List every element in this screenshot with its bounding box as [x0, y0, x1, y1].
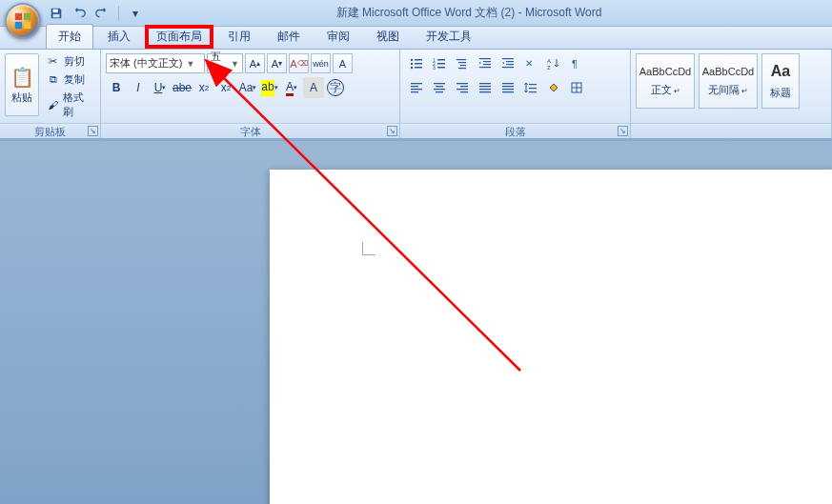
- tab-review[interactable]: 审阅: [315, 24, 362, 49]
- ribbon: 📋 粘贴 ✂剪切 ⧉复制 🖌格式刷 剪贴板↘ 宋体 (中文正文)▼ 五号▼ A▴…: [0, 50, 832, 139]
- style-no-spacing[interactable]: AaBbCcDd 无间隔↵: [699, 53, 758, 109]
- chevron-down-icon: ↵: [674, 87, 680, 95]
- style-label: 无间隔: [708, 84, 740, 95]
- svg-rect-7: [415, 59, 422, 61]
- undo-icon[interactable]: [71, 5, 88, 22]
- shading-button[interactable]: [542, 77, 564, 97]
- svg-rect-53: [502, 91, 514, 92]
- group-paragraph: 123 ✕ AZ ¶ 段落↘: [400, 50, 631, 138]
- bullets-button[interactable]: [405, 53, 427, 73]
- line-spacing-button[interactable]: [519, 77, 541, 97]
- svg-rect-39: [436, 86, 443, 87]
- chevron-down-icon: ▼: [186, 59, 194, 69]
- brush-icon: 🖌: [46, 99, 59, 111]
- tab-page-layout[interactable]: 页面布局: [145, 25, 213, 49]
- tab-view[interactable]: 视图: [364, 24, 412, 49]
- numbering-button[interactable]: 123: [428, 53, 450, 73]
- dialog-launcher-icon[interactable]: ↘: [387, 126, 397, 136]
- svg-rect-19: [458, 62, 466, 63]
- quick-access-toolbar: ▾: [48, 5, 144, 22]
- bold-button[interactable]: B: [106, 77, 127, 98]
- svg-rect-48: [479, 89, 491, 90]
- svg-rect-52: [502, 89, 514, 90]
- svg-rect-51: [502, 86, 514, 87]
- justify-button[interactable]: [474, 77, 496, 97]
- distributed-button[interactable]: [497, 77, 518, 97]
- tab-mailings[interactable]: 邮件: [265, 24, 313, 49]
- tab-insert[interactable]: 插入: [95, 24, 143, 49]
- qat-customize-icon[interactable]: ▾: [127, 5, 144, 22]
- borders-button[interactable]: [565, 77, 587, 97]
- italic-button[interactable]: I: [128, 77, 149, 98]
- separator: [118, 6, 119, 21]
- tab-home[interactable]: 开始: [46, 24, 93, 49]
- tab-references[interactable]: 引用: [215, 24, 263, 49]
- style-label: 标题: [770, 87, 791, 98]
- font-color-button[interactable]: A▾: [281, 77, 302, 98]
- enclose-characters-button[interactable]: 字: [327, 79, 344, 96]
- svg-rect-23: [483, 61, 491, 62]
- tab-developer[interactable]: 开发工具: [414, 24, 484, 49]
- svg-rect-45: [460, 91, 468, 92]
- svg-rect-28: [506, 64, 514, 65]
- character-shading-button[interactable]: A: [303, 77, 324, 98]
- copy-button[interactable]: ⧉复制: [43, 71, 95, 88]
- shrink-font-button[interactable]: A▾: [267, 53, 287, 73]
- align-right-button[interactable]: [451, 77, 473, 97]
- cut-button[interactable]: ✂剪切: [43, 53, 95, 70]
- style-heading1[interactable]: Aa 标题: [761, 53, 800, 109]
- svg-rect-27: [506, 61, 514, 62]
- superscript-button[interactable]: x2: [215, 77, 236, 98]
- group-clipboard: 📋 粘贴 ✂剪切 ⧉复制 🖌格式刷 剪贴板↘: [0, 50, 101, 138]
- svg-text:✕: ✕: [525, 58, 533, 69]
- svg-rect-20: [460, 65, 466, 66]
- group-label-styles: [631, 123, 831, 138]
- format-painter-button[interactable]: 🖌格式刷: [43, 90, 95, 120]
- highlight-button[interactable]: ab▾: [259, 77, 280, 98]
- svg-text:Z: Z: [547, 65, 551, 71]
- cursor-position-mark: [362, 242, 375, 255]
- group-styles: AaBbCcDd 正文↵ AaBbCcDd 无间隔↵ Aa 标题: [631, 50, 832, 138]
- increase-indent-button[interactable]: [497, 53, 518, 73]
- svg-rect-2: [15, 22, 22, 29]
- show-marks-button[interactable]: ¶: [565, 53, 587, 73]
- subscript-button[interactable]: x2: [193, 77, 214, 98]
- paste-button[interactable]: 📋 粘贴: [5, 53, 39, 116]
- grow-font-button[interactable]: A▴: [245, 53, 265, 73]
- svg-rect-49: [479, 91, 491, 92]
- dialog-launcher-icon[interactable]: ↘: [88, 126, 98, 136]
- chevron-down-icon: ↵: [741, 87, 748, 95]
- strikethrough-button[interactable]: abe: [172, 77, 193, 98]
- save-icon[interactable]: [48, 5, 65, 22]
- redo-icon[interactable]: [93, 5, 111, 22]
- svg-rect-50: [502, 83, 514, 84]
- decrease-indent-button[interactable]: [474, 53, 496, 73]
- document-workspace: [0, 141, 832, 504]
- document-page[interactable]: [270, 170, 832, 504]
- sort-button[interactable]: AZ: [542, 53, 564, 73]
- svg-rect-54: [529, 84, 537, 85]
- window-title: 新建 Microsoft Office Word 文档 (2) - Micros…: [144, 5, 832, 21]
- align-center-button[interactable]: [428, 77, 450, 97]
- style-normal[interactable]: AaBbCcDd 正文↵: [636, 53, 695, 109]
- asian-layout-button[interactable]: ✕: [519, 53, 541, 73]
- multilevel-list-button[interactable]: [451, 53, 473, 73]
- svg-rect-47: [479, 86, 491, 87]
- svg-rect-18: [457, 59, 466, 60]
- group-label-clipboard: 剪贴板↘: [0, 123, 100, 138]
- character-border-button[interactable]: A: [333, 53, 353, 73]
- font-size-combo[interactable]: 五号▼: [207, 53, 243, 73]
- clear-formatting-button[interactable]: A⌫: [289, 53, 309, 73]
- change-case-button[interactable]: Aa▾: [237, 77, 258, 98]
- font-name-combo[interactable]: 宋体 (中文正文)▼: [106, 53, 205, 73]
- svg-rect-11: [415, 67, 422, 69]
- copy-icon: ⧉: [46, 73, 60, 86]
- group-font: 宋体 (中文正文)▼ 五号▼ A▴ A▾ A⌫ wén A B I U▾ abe…: [101, 50, 400, 138]
- phonetic-guide-button[interactable]: wén: [311, 53, 331, 73]
- underline-button[interactable]: U▾: [150, 77, 171, 98]
- office-button[interactable]: [5, 3, 41, 39]
- align-left-button[interactable]: [405, 77, 427, 97]
- dialog-launcher-icon[interactable]: ↘: [618, 126, 628, 136]
- svg-rect-9: [415, 63, 422, 65]
- svg-rect-15: [437, 63, 445, 65]
